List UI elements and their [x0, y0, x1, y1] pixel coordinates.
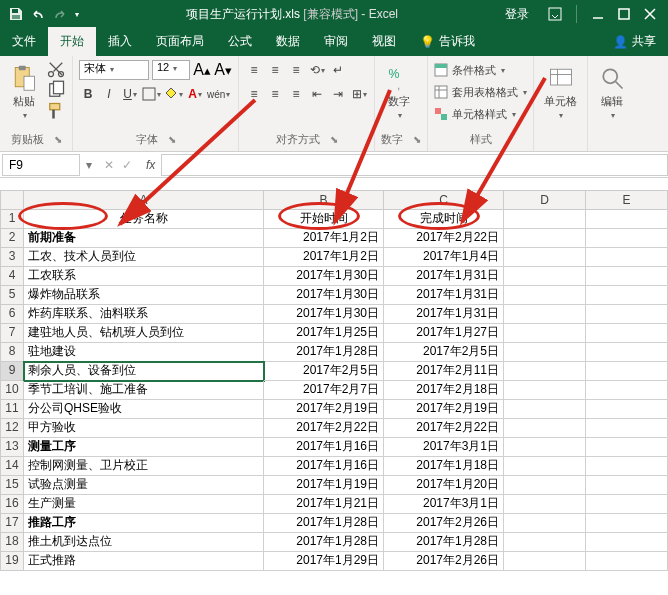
- font-color-button[interactable]: A▾: [186, 85, 204, 103]
- tab-formulas[interactable]: 公式: [216, 27, 264, 56]
- cell[interactable]: [586, 324, 668, 343]
- tab-home[interactable]: 开始: [48, 27, 96, 56]
- row-header[interactable]: 15: [0, 476, 24, 495]
- select-all-corner[interactable]: [0, 190, 24, 210]
- paste-button[interactable]: 粘贴▾: [6, 60, 42, 124]
- cell[interactable]: 2017年2月11日: [384, 362, 504, 381]
- cell[interactable]: 工农、技术人员到位: [24, 248, 264, 267]
- cell[interactable]: [586, 552, 668, 571]
- cell[interactable]: [504, 552, 586, 571]
- cell[interactable]: 推土机到达点位: [24, 533, 264, 552]
- tab-tell-me[interactable]: 💡告诉我: [408, 27, 487, 56]
- cell[interactable]: 生产测量: [24, 495, 264, 514]
- tab-file[interactable]: 文件: [0, 27, 48, 56]
- bold-button[interactable]: B: [79, 85, 97, 103]
- cell[interactable]: [504, 381, 586, 400]
- align-top-icon[interactable]: ≡: [245, 61, 263, 79]
- italic-button[interactable]: I: [100, 85, 118, 103]
- fill-color-button[interactable]: ▾: [164, 85, 183, 103]
- cell[interactable]: 剩余人员、设备到位: [24, 362, 264, 381]
- cell[interactable]: 2017年2月22日: [384, 229, 504, 248]
- cell[interactable]: 完成时间: [384, 210, 504, 229]
- cell[interactable]: [504, 438, 586, 457]
- cell[interactable]: 2017年1月30日: [264, 305, 384, 324]
- cell[interactable]: [586, 305, 668, 324]
- editing-button[interactable]: 编辑▾: [594, 60, 630, 124]
- cell[interactable]: 2017年3月1日: [384, 495, 504, 514]
- copy-icon[interactable]: [46, 81, 66, 99]
- cell[interactable]: 2017年1月16日: [264, 457, 384, 476]
- cell[interactable]: [586, 381, 668, 400]
- align-right-icon[interactable]: ≡: [287, 85, 305, 103]
- cell[interactable]: [504, 305, 586, 324]
- tab-insert[interactable]: 插入: [96, 27, 144, 56]
- cell[interactable]: [504, 400, 586, 419]
- tab-layout[interactable]: 页面布局: [144, 27, 216, 56]
- redo-icon[interactable]: [52, 6, 68, 22]
- maximize-icon[interactable]: [616, 6, 632, 22]
- cell[interactable]: [586, 210, 668, 229]
- col-header-D[interactable]: D: [504, 190, 586, 210]
- fx-confirm-icon[interactable]: ✓: [122, 158, 132, 172]
- cell[interactable]: 2017年2月7日: [264, 381, 384, 400]
- cell[interactable]: [504, 267, 586, 286]
- cell[interactable]: [586, 248, 668, 267]
- tab-review[interactable]: 审阅: [312, 27, 360, 56]
- number-format-button[interactable]: %, 数字▾: [381, 60, 417, 124]
- row-header[interactable]: 16: [0, 495, 24, 514]
- row-header[interactable]: 7: [0, 324, 24, 343]
- cell[interactable]: [586, 229, 668, 248]
- clipboard-launcher-icon[interactable]: ⬊: [54, 134, 62, 145]
- cell[interactable]: 开始时间: [264, 210, 384, 229]
- font-name-select[interactable]: 宋体 ▾: [79, 60, 149, 80]
- cell[interactable]: [586, 419, 668, 438]
- row-header[interactable]: 3: [0, 248, 24, 267]
- cell[interactable]: 2017年1月31日: [384, 305, 504, 324]
- cell[interactable]: 2017年2月5日: [384, 343, 504, 362]
- cell[interactable]: 2017年1月2日: [264, 229, 384, 248]
- cell[interactable]: 季节工培训、施工准备: [24, 381, 264, 400]
- format-painter-icon[interactable]: [46, 102, 66, 120]
- font-launcher-icon[interactable]: ⬊: [168, 134, 176, 145]
- cell[interactable]: 2017年1月21日: [264, 495, 384, 514]
- share-button[interactable]: 👤共享: [601, 27, 668, 56]
- cell[interactable]: 2017年2月19日: [384, 400, 504, 419]
- increase-indent-icon[interactable]: ⇥: [329, 85, 347, 103]
- cell[interactable]: 正式推路: [24, 552, 264, 571]
- cell[interactable]: [586, 495, 668, 514]
- cell[interactable]: [504, 210, 586, 229]
- cell[interactable]: [586, 286, 668, 305]
- cell[interactable]: 2017年1月28日: [264, 533, 384, 552]
- wrap-text-icon[interactable]: ↵: [329, 61, 347, 79]
- fx-cancel-icon[interactable]: ✕: [104, 158, 114, 172]
- formula-input[interactable]: [161, 154, 668, 176]
- decrease-indent-icon[interactable]: ⇤: [308, 85, 326, 103]
- row-header[interactable]: 11: [0, 400, 24, 419]
- cell[interactable]: 2017年3月1日: [384, 438, 504, 457]
- cell[interactable]: [504, 457, 586, 476]
- row-header[interactable]: 14: [0, 457, 24, 476]
- cell[interactable]: 2017年2月26日: [384, 552, 504, 571]
- row-header[interactable]: 10: [0, 381, 24, 400]
- cell[interactable]: 控制网测量、卫片校正: [24, 457, 264, 476]
- conditional-format-button[interactable]: 条件格式▾: [434, 60, 527, 80]
- cell[interactable]: 炸药库联系、油料联系: [24, 305, 264, 324]
- cell[interactable]: 甲方验收: [24, 419, 264, 438]
- underline-button[interactable]: U▾: [121, 85, 139, 103]
- cell-styles-button[interactable]: 单元格样式▾: [434, 104, 527, 124]
- cell[interactable]: 2017年1月28日: [264, 343, 384, 362]
- cell[interactable]: 建驻地人员、钻机班人员到位: [24, 324, 264, 343]
- merge-button[interactable]: ⊞▾: [350, 85, 368, 103]
- cell[interactable]: [504, 495, 586, 514]
- undo-icon[interactable]: [30, 6, 46, 22]
- font-size-select[interactable]: 12 ▾: [152, 60, 190, 80]
- col-header-E[interactable]: E: [586, 190, 668, 210]
- row-header[interactable]: 1: [0, 210, 24, 229]
- cell[interactable]: 爆炸物品联系: [24, 286, 264, 305]
- cell[interactable]: 测量工序: [24, 438, 264, 457]
- name-box[interactable]: F9: [2, 154, 80, 176]
- cell[interactable]: 2017年1月28日: [384, 533, 504, 552]
- align-bottom-icon[interactable]: ≡: [287, 61, 305, 79]
- cell[interactable]: 2017年1月25日: [264, 324, 384, 343]
- cell[interactable]: 工农联系: [24, 267, 264, 286]
